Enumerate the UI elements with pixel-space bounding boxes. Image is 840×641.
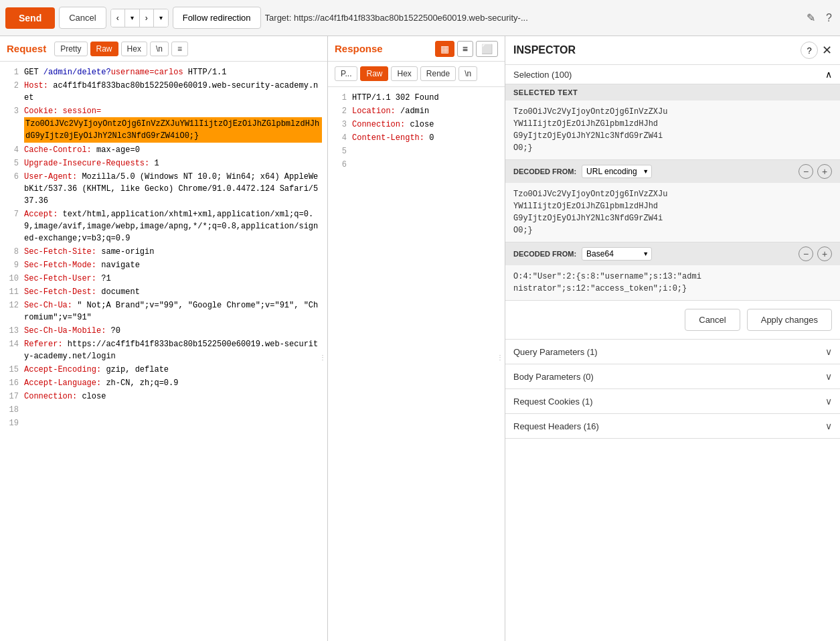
code-line: 3 Cookie: session=Tzo0OiJVc2VyIjoyOntzOj…: [0, 104, 327, 143]
body-params-section[interactable]: Body Parameters (0) ∨: [505, 364, 840, 389]
query-params-section[interactable]: Query Parameters (1) ∨: [505, 340, 840, 364]
edit-icon[interactable]: ✎: [804, 9, 818, 27]
request-pane: Request Pretty Raw Hex \n ≡ 1 GET /admin…: [0, 36, 328, 641]
code-line: 3 Connection: close: [328, 118, 505, 131]
code-line: 17 Connection: close: [0, 390, 327, 403]
code-line: 1 HTTP/1.1 302 Found: [328, 91, 505, 104]
code-line: 11 Sec-Fetch-Dest: document: [0, 285, 327, 299]
query-params-arrow: ∨: [825, 346, 832, 357]
decoded-base64-label: DECODED FROM:: [513, 250, 576, 258]
url-encoding-select-wrapper: URL encoding Base64 HTML: [582, 165, 652, 178]
follow-redirection-button[interactable]: Follow redirection: [173, 7, 261, 29]
inspector-close-btn[interactable]: ✕: [822, 43, 832, 58]
decoded-url-section: DECODED FROM: URL encoding Base64 HTML −…: [505, 160, 840, 242]
code-line: 5: [328, 145, 505, 158]
code-line: 19: [0, 417, 327, 430]
response-header: Response ▦ ≡ ⬜: [328, 36, 505, 62]
apply-changes-button[interactable]: Apply changes: [747, 309, 832, 331]
base64-select[interactable]: Base64 URL encoding HTML: [582, 247, 652, 261]
code-line: 5 Upgrade-Insecure-Requests: 1: [0, 157, 327, 170]
main-panes: Request Pretty Raw Hex \n ≡ 1 GET /admin…: [0, 36, 840, 641]
request-title: Request: [7, 43, 46, 54]
inspector-title: INSPECTOR: [513, 44, 801, 56]
url-encoding-select[interactable]: URL encoding Base64 HTML: [582, 165, 652, 178]
request-cookies-section[interactable]: Request Cookies (1) ∨: [505, 389, 840, 414]
nav-left-button[interactable]: ‹: [111, 9, 125, 27]
toolbar: Send Cancel ‹ ▾ › ▾ Follow redirection T…: [0, 0, 840, 36]
response-code-area[interactable]: 1 HTTP/1.1 302 Found 2 Location: /admin …: [328, 87, 505, 641]
decode-url-minus-btn[interactable]: −: [799, 164, 813, 179]
response-title: Response: [335, 43, 383, 54]
inspector-help-btn[interactable]: ?: [801, 42, 818, 59]
target-url: Target: https://ac4f1fb41f833bac80b15225…: [265, 13, 801, 23]
nav-right-down-button[interactable]: ▾: [154, 9, 168, 27]
selected-text-section: SELECTED TEXT Tzo0OiJVc2VyIjoyOntzOjg6In…: [505, 84, 840, 160]
request-header: Request Pretty Raw Hex \n ≡: [0, 36, 327, 62]
base64-select-wrapper: Base64 URL encoding HTML: [582, 247, 652, 261]
decoded-base64-content: O:4:"User":2:{s:8:"username";s:13:"admin…: [505, 265, 840, 300]
code-line: 6: [328, 158, 505, 171]
view-toggle: ▦ ≡ ⬜: [435, 41, 498, 57]
tab-hex[interactable]: Hex: [121, 42, 147, 56]
code-line: 6 User-Agent: Mozilla/5.0 (Windows NT 10…: [0, 170, 327, 208]
selection-title: Selection (100): [513, 70, 572, 80]
decode-base64-minus-btn[interactable]: −: [799, 246, 813, 261]
tab-render-resp[interactable]: Rende: [420, 66, 456, 81]
code-line: 4 Cache-Control: max-age=0: [0, 143, 327, 157]
tab-newline-resp[interactable]: \n: [458, 66, 477, 81]
decoded-base64-header: DECODED FROM: Base64 URL encoding HTML −…: [505, 242, 840, 265]
code-line: 2 Location: /admin: [328, 104, 505, 118]
selection-header[interactable]: Selection (100) ∧: [505, 65, 840, 84]
code-line: 8 Sec-Fetch-Site: same-origin: [0, 245, 327, 259]
response-tabs-row: P... Raw Hex Rende \n: [328, 62, 505, 87]
body-params-arrow: ∨: [825, 371, 832, 382]
query-params-title: Query Parameters (1): [513, 347, 825, 357]
decoded-url-header: DECODED FROM: URL encoding Base64 HTML −…: [505, 160, 840, 183]
request-code-area[interactable]: 1 GET /admin/delete?username=carlos HTTP…: [0, 62, 327, 641]
selected-text-label: SELECTED TEXT: [505, 84, 840, 100]
request-headers-arrow: ∨: [825, 421, 832, 431]
request-headers-section[interactable]: Request Headers (16) ∨: [505, 414, 840, 439]
view-list-btn[interactable]: ≡: [457, 41, 473, 57]
code-line: 13 Sec-Ch-Ua-Mobile: ?0: [0, 324, 327, 338]
view-full-btn[interactable]: ⬜: [476, 41, 498, 57]
help-icon[interactable]: ?: [823, 9, 835, 27]
decoded-url-label: DECODED FROM:: [513, 167, 576, 175]
decoded-url-content: Tzo0OiJVc2VyIjoyOntzOjg6InVzZXJuYW1lIijt…: [505, 183, 840, 242]
tab-raw-resp[interactable]: Raw: [360, 66, 388, 81]
request-headers-title: Request Headers (16): [513, 421, 825, 431]
action-buttons: Cancel Apply changes: [505, 301, 840, 340]
send-button[interactable]: Send: [5, 7, 55, 29]
cancel-button[interactable]: Cancel: [59, 7, 106, 29]
decode-base64-actions: − +: [799, 246, 832, 261]
tab-pretty[interactable]: Pretty: [54, 42, 87, 56]
nav-left-down-button[interactable]: ▾: [125, 9, 140, 27]
decode-url-actions: − +: [799, 164, 832, 179]
tab-menu[interactable]: ≡: [171, 42, 188, 56]
selection-collapse-btn[interactable]: ∧: [825, 69, 832, 80]
tab-newline[interactable]: \n: [150, 42, 169, 56]
body-params-title: Body Parameters (0): [513, 372, 825, 382]
code-line: 4 Content-Length: 0: [328, 131, 505, 145]
code-line: 16 Accept-Language: zh-CN, zh;q=0.9: [0, 376, 327, 390]
code-line: 7 Accept: text/html,application/xhtml+xm…: [0, 208, 327, 245]
toolbar-right: ✎ ?: [804, 9, 835, 27]
tab-raw[interactable]: Raw: [90, 42, 118, 56]
code-line: 10 Sec-Fetch-User: ?1: [0, 272, 327, 285]
decode-url-plus-btn[interactable]: +: [817, 164, 832, 179]
code-line: 18: [0, 403, 327, 417]
code-line: 1 GET /admin/delete?username=carlos HTTP…: [0, 66, 327, 79]
tab-hex-resp[interactable]: Hex: [391, 66, 417, 81]
cancel-changes-button[interactable]: Cancel: [685, 309, 740, 331]
nav-right-button[interactable]: ›: [140, 9, 154, 27]
view-split-btn[interactable]: ▦: [435, 41, 454, 57]
request-cookies-arrow: ∨: [825, 396, 832, 407]
tab-pretty-resp[interactable]: P...: [335, 66, 357, 81]
response-pane: Response ▦ ≡ ⬜ P... Raw Hex Rende \n 1 H…: [328, 36, 505, 641]
decode-base64-plus-btn[interactable]: +: [817, 246, 832, 261]
decoded-base64-section: DECODED FROM: Base64 URL encoding HTML −…: [505, 242, 840, 301]
inspector-pane: INSPECTOR ? ✕ Selection (100) ∧ SELECTED…: [505, 36, 840, 641]
request-cookies-title: Request Cookies (1): [513, 397, 825, 407]
code-line: 2 Host: ac4f1fb41f833bac80b1522500e60019…: [0, 79, 327, 104]
inspector-header: INSPECTOR ? ✕: [505, 36, 840, 65]
